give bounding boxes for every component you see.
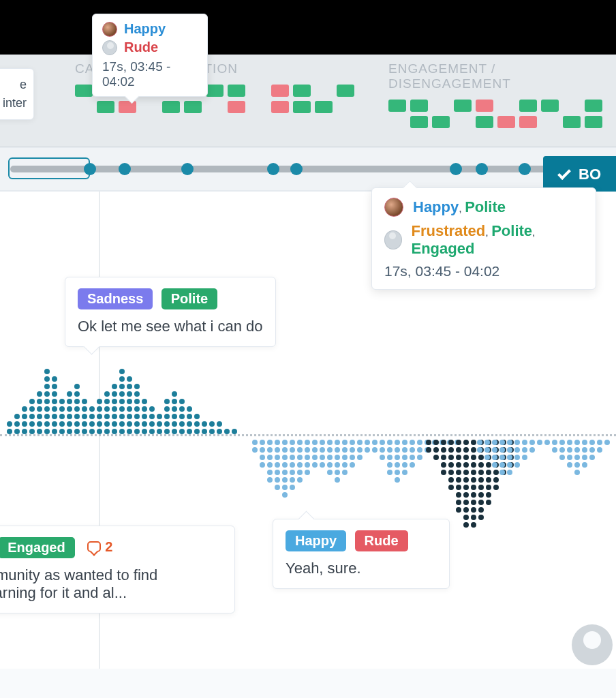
tag-polite: Polite [161, 288, 217, 309]
segment[interactable] [75, 101, 93, 113]
segment[interactable] [75, 85, 93, 97]
check-icon [557, 166, 571, 180]
line: r community as wanted to find [0, 566, 222, 584]
tooltip-emotion-2: Rude [124, 40, 158, 55]
segment[interactable] [271, 85, 289, 97]
segment-row[interactable] [388, 116, 616, 128]
timeline-marker[interactable] [119, 163, 131, 175]
emo-frustrated: Frustrated [412, 222, 486, 239]
segment[interactable] [315, 85, 333, 97]
bubble-text: r community as wanted to find g a warnin… [0, 566, 222, 602]
clip-line1: e [0, 76, 27, 94]
emo-engaged: Engaged [412, 240, 475, 257]
line: g a warning for it and al... [0, 584, 222, 602]
timeline-marker[interactable] [267, 163, 279, 175]
segment[interactable] [293, 85, 311, 97]
timeline-track[interactable] [10, 166, 582, 172]
timeline-marker[interactable] [476, 163, 488, 175]
segment[interactable] [476, 100, 493, 112]
main-area: Happy, Polite Frustrated, Polite, Engage… [0, 192, 616, 669]
segment[interactable] [410, 100, 428, 112]
tag-engaged: Engaged [0, 537, 75, 558]
transcript-bubble-left-clipped[interactable]: te Engaged 2 r community as wanted to fi… [0, 526, 235, 613]
segment[interactable] [337, 85, 354, 97]
sep: , [459, 202, 465, 214]
emo-polite: Polite [465, 198, 506, 215]
moment-detail-popover: Happy, Polite Frustrated, Polite, Engage… [371, 187, 596, 290]
tooltip-emotion-1: Happy [124, 21, 166, 37]
timeline-selection[interactable] [8, 157, 90, 179]
segment-row[interactable] [388, 100, 616, 112]
timeline-marker[interactable] [519, 163, 531, 175]
timeline-marker[interactable] [450, 163, 462, 175]
segment[interactable] [293, 101, 311, 113]
timeline-marker[interactable] [84, 163, 96, 175]
segment[interactable] [563, 100, 581, 112]
emotion-column-engagement: ENGAGEMENT / DISENGAGEMENT [388, 61, 616, 132]
segment[interactable] [497, 100, 515, 112]
clip-line2: inter [0, 94, 27, 112]
emotion-column-calmness: Happy Rude 17s, 03:45 - 04:02 CALMNESS /… [75, 61, 354, 132]
comment-icon [87, 541, 101, 552]
segment[interactable] [206, 101, 224, 113]
segment[interactable] [541, 116, 559, 128]
segment[interactable] [410, 116, 428, 128]
segment[interactable] [162, 101, 180, 113]
segment[interactable] [563, 116, 581, 128]
help-fab-icon[interactable] [572, 624, 613, 665]
segment[interactable] [432, 100, 450, 112]
avatar-agent-icon [102, 22, 117, 37]
clipped-card-left: e inter [0, 68, 34, 120]
segment[interactable] [585, 100, 602, 112]
segment[interactable] [119, 101, 136, 113]
segment[interactable] [249, 101, 267, 113]
waveform-speaker1 [7, 369, 237, 434]
segment[interactable] [271, 101, 289, 113]
segment[interactable] [541, 100, 559, 112]
segment[interactable] [519, 116, 537, 128]
section-title-engagement: ENGAGEMENT / DISENGAGEMENT [388, 61, 616, 91]
segment[interactable] [206, 85, 224, 97]
segment[interactable] [228, 101, 245, 113]
timeline-marker[interactable] [181, 163, 194, 175]
waveform-speaker2-c [477, 440, 610, 475]
segment[interactable] [454, 116, 472, 128]
emo-happy: Happy [413, 198, 459, 215]
tag-rude: Rude [355, 530, 408, 551]
segment[interactable] [585, 116, 602, 128]
bo-button-label: BO [579, 166, 601, 183]
comment-number: 2 [105, 539, 112, 555]
segment[interactable] [476, 116, 493, 128]
segment[interactable] [97, 101, 114, 113]
avatar-customer-icon [102, 40, 117, 55]
baseline [0, 434, 616, 436]
sep: , [485, 226, 491, 238]
segment[interactable] [184, 101, 202, 113]
tag-sadness: Sadness [78, 288, 153, 309]
emo-polite: Polite [491, 222, 532, 239]
sep: , [532, 226, 535, 238]
comment-count[interactable]: 2 [87, 539, 112, 555]
segment[interactable] [228, 85, 245, 97]
popover-time: 17s, 03:45 - 04:02 [384, 263, 583, 279]
segment-row[interactable] [75, 101, 354, 113]
segment[interactable] [497, 116, 515, 128]
bubble-text: Yeah, sure. [286, 560, 437, 577]
segment[interactable] [140, 101, 158, 113]
transcript-bubble-agent[interactable]: Sadness Polite Ok let me see what i can … [65, 277, 276, 347]
segment[interactable] [388, 116, 406, 128]
tag-happy: Happy [286, 530, 346, 551]
segment[interactable] [432, 116, 450, 128]
segment[interactable] [315, 101, 333, 113]
waveform-canvas[interactable] [0, 369, 616, 505]
timeline-marker[interactable] [290, 163, 303, 175]
tooltip-time: 17s, 03:45 - 04:02 [102, 59, 198, 89]
avatar-customer-icon [384, 230, 402, 249]
segment[interactable] [388, 100, 406, 112]
bubble-text: Ok let me see what i can do [78, 318, 263, 335]
segment[interactable] [519, 100, 537, 112]
transcript-bubble-customer[interactable]: Happy Rude Yeah, sure. [273, 519, 450, 589]
avatar-agent-icon [384, 198, 403, 217]
segment[interactable] [249, 85, 267, 97]
segment[interactable] [454, 100, 472, 112]
